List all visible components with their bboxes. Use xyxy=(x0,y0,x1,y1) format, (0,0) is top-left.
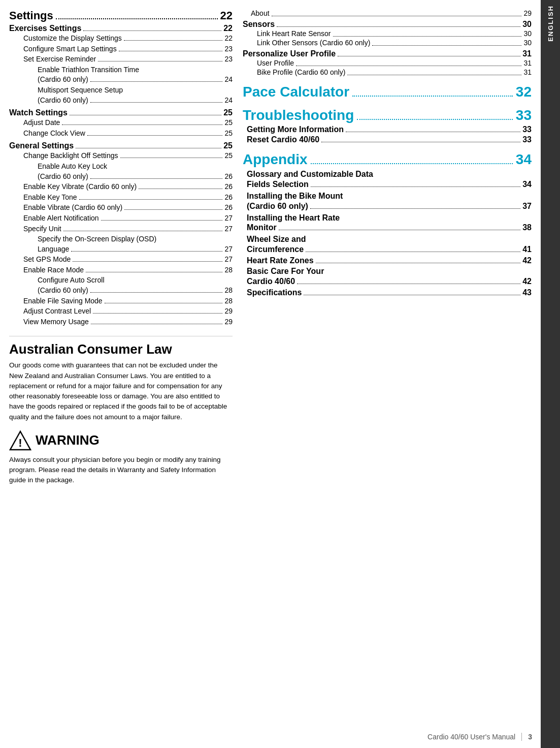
toc-page: 26 xyxy=(224,193,233,203)
toc-basic-care-line2-row: Cardio 40/60 42 xyxy=(247,277,532,286)
toc-page: 43 xyxy=(522,288,532,297)
toc-bike-profile: Bike Profile (Cardio 60 only) 31 xyxy=(257,68,532,77)
toc-label: Multisport Sequence Setup xyxy=(38,85,123,96)
warning-body: Always consult your physician before you… xyxy=(9,455,233,486)
toc-label: Adjust Contrast Level xyxy=(23,306,91,317)
toc-label: Enable Triathlon Transition Time xyxy=(38,65,139,75)
toc-page: 22 xyxy=(224,34,233,44)
toc-label: Configure Auto Scroll xyxy=(38,275,105,286)
toc-exercises-page: 22 xyxy=(223,24,233,33)
toc-more-info: Getting More Information 33 xyxy=(247,125,532,134)
toc-page: 27 xyxy=(224,213,233,224)
toc-dots xyxy=(98,54,222,61)
toc-profile-wrapper: Personalize User Profile 31 xyxy=(243,49,532,58)
toc-settings-h1: Settings 22 xyxy=(9,9,233,22)
toc-appendix-label: Appendix xyxy=(243,151,308,168)
footer-product-name: Cardio 40/60 User's Manual xyxy=(427,733,515,741)
toc-sensors-label: Sensors xyxy=(243,20,275,29)
toc-osd-lang: Specify the On-Screen Display (OSD) Lang… xyxy=(23,234,233,254)
toc-label: Circumference xyxy=(247,245,304,254)
toc-exercises-h2: Exercises Settings 22 xyxy=(9,24,233,33)
toc-dots xyxy=(347,68,521,75)
toc-label: Enable Auto Key Lock xyxy=(38,162,107,172)
toc-dots xyxy=(93,306,222,314)
language-sidebar: ENGLISH xyxy=(541,0,560,748)
toc-wheel-size-line1: Wheel Size and xyxy=(247,234,532,245)
toc-specifications: Specifications 43 xyxy=(247,288,532,297)
toc-dots xyxy=(311,186,520,187)
toc-triathlon: Enable Triathlon Transition Time (Cardio… xyxy=(23,65,233,85)
toc-page: 27 xyxy=(224,224,233,234)
toc-page: 29 xyxy=(523,9,532,18)
toc-dots xyxy=(272,9,522,16)
toc-set-reminder: Set Exercise Reminder 23 xyxy=(23,54,233,65)
toc-dots xyxy=(277,26,520,27)
toc-customize-display: Customize the Display Settings 22 xyxy=(23,34,233,44)
toc-page: 34 xyxy=(522,180,532,189)
toc-label-line2: Language xyxy=(38,244,69,255)
right-column: About 29 Sensors 30 Link Heart Rate Sens… xyxy=(238,9,532,739)
toc-specify-unit: Specify Unit 27 xyxy=(23,224,233,234)
toc-bike-mount-line2-row: (Cardio 60 only) 37 xyxy=(247,202,532,211)
toc-label-line2: (Cardio 60 only) xyxy=(38,172,88,182)
toc-page: 42 xyxy=(522,256,532,265)
toc-page: 31 xyxy=(523,59,532,68)
toc-page: 25 xyxy=(224,118,233,128)
toc-dots xyxy=(311,163,513,164)
toc-label: Customize the Display Settings xyxy=(23,34,122,44)
language-label: ENGLISH xyxy=(547,5,554,42)
toc-gps-mode: Set GPS Mode 27 xyxy=(23,255,233,265)
toc-page: 24 xyxy=(224,96,233,106)
toc-memory-usage: View Memory Usage 29 xyxy=(23,317,233,327)
toc-label: Monitor xyxy=(247,223,277,232)
toc-dots xyxy=(70,115,221,115)
consumer-law-section: Australian Consumer Law Our goods come w… xyxy=(9,336,233,485)
consumer-law-title: Australian Consumer Law xyxy=(9,341,233,357)
footer-page-number: 3 xyxy=(528,733,532,741)
toc-page: 26 xyxy=(224,172,233,182)
toc-label: About xyxy=(251,9,270,18)
toc-auto-scroll: Configure Auto Scroll (Cardio 60 only) 2… xyxy=(23,275,233,295)
toc-general-page: 25 xyxy=(223,141,233,150)
toc-page: 27 xyxy=(224,244,233,255)
toc-dots xyxy=(297,284,520,284)
toc-label-line2: (Cardio 60 only) xyxy=(38,96,88,106)
toc-pace-calc-label: Pace Calculator xyxy=(243,84,349,100)
toc-dots xyxy=(333,29,522,37)
toc-dots xyxy=(63,224,223,231)
toc-page: 28 xyxy=(224,286,233,296)
toc-watch-label: Watch Settings xyxy=(9,108,68,117)
toc-page: 26 xyxy=(224,203,233,213)
warning-header: ! WARNING xyxy=(9,429,233,452)
toc-dots xyxy=(372,39,521,46)
toc-appendix-wrapper: Appendix 34 Glossary and Customizable Da… xyxy=(243,151,532,297)
toc-dots xyxy=(124,203,222,210)
toc-exercises-label: Exercises Settings xyxy=(9,24,81,33)
toc-dots xyxy=(91,317,223,324)
toc-user-profile: User Profile 31 xyxy=(257,59,532,68)
toc-dots xyxy=(105,296,223,303)
toc-dots xyxy=(90,96,223,103)
toc-general-h2: General Settings 25 xyxy=(9,141,233,150)
toc-dots xyxy=(56,18,218,19)
toc-label: Bike Profile (Cardio 60 only) xyxy=(257,68,345,77)
toc-wheel-size-line2-row: Circumference 41 xyxy=(247,245,532,254)
toc-label: Reset Cardio 40/60 xyxy=(247,135,319,144)
toc-label-line2: (Cardio 60 only) xyxy=(38,286,88,296)
toc-key-tone: Enable Key Tone 26 xyxy=(23,193,233,203)
toc-page: 28 xyxy=(224,265,233,275)
toc-dots xyxy=(90,172,223,179)
toc-label-line2: (Cardio 60 only) xyxy=(38,75,88,85)
toc-auto-key-lock: Enable Auto Key Lock (Cardio 60 only) 26 xyxy=(23,162,233,181)
page-container: Settings 22 Exercises Settings 22 Custom… xyxy=(0,0,560,748)
toc-troubleshoot-wrapper: Troubleshooting 33 Getting More Informat… xyxy=(243,107,532,144)
toc-glossary: Glossary and Customizable Data Fields Se… xyxy=(247,169,532,189)
toc-settings-label: Settings xyxy=(9,9,53,22)
toc-label: Fields Selection xyxy=(247,180,309,189)
toc-hr-monitor-line2-row: Monitor 38 xyxy=(247,223,532,232)
toc-page: 27 xyxy=(224,255,233,265)
toc-profile-page: 31 xyxy=(522,49,532,58)
toc-page: 33 xyxy=(522,125,532,134)
toc-backlight: Change Backlight Off Settings 25 xyxy=(23,151,233,161)
toc-dots xyxy=(279,230,521,230)
